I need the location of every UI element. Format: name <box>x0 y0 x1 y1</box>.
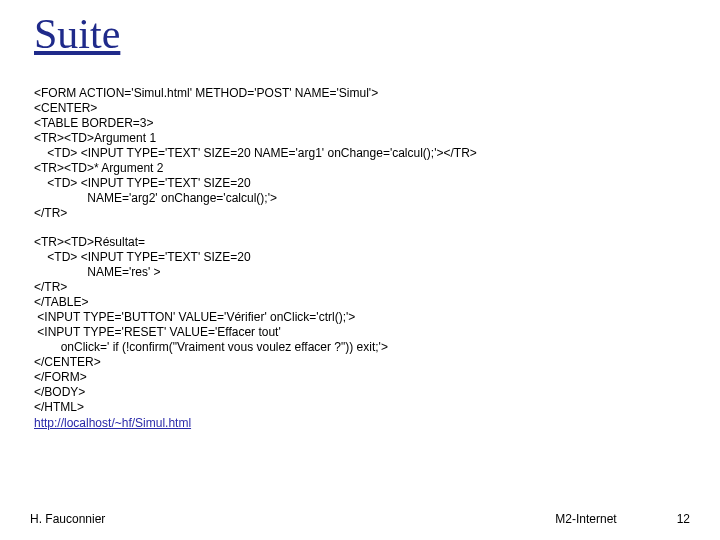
footer-author: H. Fauconnier <box>30 512 105 526</box>
example-link[interactable]: http://localhost/~hf/Simul.html <box>34 416 690 430</box>
footer-course: M2-Internet <box>555 512 616 526</box>
code-block-2: <TR><TD>Résultat= <TD> <INPUT TYPE='TEXT… <box>34 235 690 415</box>
slide-title: Suite <box>34 10 690 58</box>
code-block-1: <FORM ACTION='Simul.html' METHOD='POST' … <box>34 86 690 221</box>
slide-footer: H. Fauconnier M2-Internet 12 <box>30 512 690 526</box>
footer-page-number: 12 <box>677 512 690 526</box>
